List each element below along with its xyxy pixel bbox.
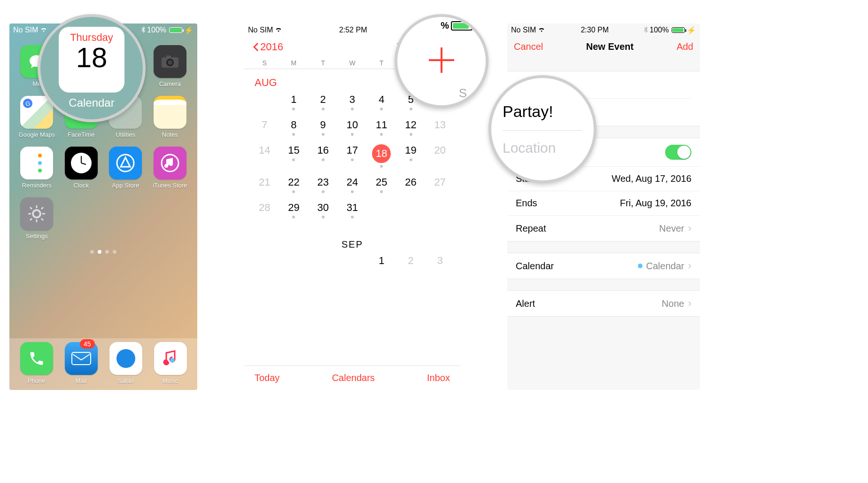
- wifi-icon: [538, 26, 545, 34]
- svg-point-2: [168, 60, 172, 65]
- app-appstore[interactable]: App Store: [107, 147, 145, 189]
- day-cell[interactable]: [250, 93, 279, 110]
- day-cell[interactable]: [279, 255, 308, 267]
- day-cell[interactable]: 13: [426, 119, 455, 136]
- dock-music[interactable]: Music: [154, 342, 187, 384]
- day-cell[interactable]: [250, 255, 279, 267]
- day-cell[interactable]: 30: [309, 202, 338, 218]
- dock-phone[interactable]: Phone: [20, 342, 53, 384]
- event-navbar: Cancel New Event Add: [507, 37, 700, 57]
- status-bar: No SIM 2:30 PM 100% ⚡: [507, 23, 700, 37]
- day-cell[interactable]: 25: [367, 176, 396, 193]
- mag-location-placeholder: Location: [503, 140, 582, 156]
- battery-percent: 100%: [650, 26, 669, 34]
- dock-safari[interactable]: Safari: [109, 342, 142, 384]
- chevron-right-icon: ›: [688, 297, 691, 310]
- magnifier-calendar-icon: Thursday 18 Calendar: [38, 14, 146, 122]
- dock: Phone 45Mail Safari Music: [9, 338, 197, 390]
- day-cell[interactable]: 27: [426, 176, 455, 193]
- day-cell[interactable]: 15: [279, 144, 308, 168]
- day-cell[interactable]: 16: [309, 144, 338, 168]
- svg-point-22: [170, 358, 175, 363]
- sim-status: No SIM: [511, 26, 536, 34]
- allday-toggle[interactable]: [665, 145, 691, 160]
- app-notes[interactable]: Notes: [151, 96, 189, 138]
- app-reminders[interactable]: Reminders: [18, 147, 56, 189]
- wifi-icon: [275, 26, 282, 34]
- repeat-row[interactable]: Repeat Never›: [507, 216, 700, 241]
- day-cell[interactable]: [338, 255, 367, 267]
- status-time: 2:52 PM: [339, 26, 367, 34]
- calendar-month-panel: No SIM 2:52 PM 2016 SMTWTFS AUG 12345678…: [244, 23, 460, 390]
- app-clock[interactable]: Clock: [62, 147, 101, 189]
- day-cell[interactable]: 26: [396, 176, 425, 193]
- bluetooth-icon: [644, 26, 648, 34]
- sim-status: No SIM: [13, 26, 38, 34]
- day-cell[interactable]: 4: [367, 93, 396, 110]
- page-dots[interactable]: [9, 250, 197, 254]
- day-cell[interactable]: 1: [367, 255, 396, 267]
- day-cell[interactable]: [309, 255, 338, 267]
- home-screen-panel: No SIM 100% ⚡ Me Camera GGoogle Maps Fac…: [9, 23, 197, 390]
- battery-percent: 100%: [147, 26, 166, 34]
- inbox-button[interactable]: Inbox: [427, 373, 450, 383]
- calendars-button[interactable]: Calendars: [332, 373, 375, 383]
- mag-title-value: Partay!: [503, 102, 582, 121]
- calendar-app-label: Calendar: [69, 96, 114, 109]
- day-cell[interactable]: 7: [250, 119, 279, 136]
- day-cell[interactable]: 24: [338, 176, 367, 193]
- cancel-button[interactable]: Cancel: [514, 41, 543, 52]
- svg-line-16: [41, 218, 43, 220]
- calendar-section: Calendar Calendar›: [507, 253, 700, 279]
- day-cell[interactable]: 20: [426, 144, 455, 168]
- day-cell[interactable]: 21: [250, 176, 279, 193]
- day-cell[interactable]: [367, 202, 396, 218]
- day-cell[interactable]: 23: [309, 176, 338, 193]
- app-camera[interactable]: Camera: [151, 45, 189, 87]
- day-cell[interactable]: 28: [250, 202, 279, 218]
- svg-point-20: [116, 349, 135, 368]
- day-cell[interactable]: 31: [338, 202, 367, 218]
- svg-rect-19: [72, 352, 91, 365]
- day-cell[interactable]: 17: [338, 144, 367, 168]
- next-month-grid: 123: [244, 255, 460, 267]
- day-cell[interactable]: 9: [309, 119, 338, 136]
- chevron-right-icon: ›: [688, 222, 691, 234]
- svg-point-21: [164, 360, 169, 365]
- calendar-row[interactable]: Calendar Calendar›: [507, 253, 700, 279]
- day-cell[interactable]: [396, 202, 425, 218]
- next-month-label: SEP: [244, 232, 460, 255]
- add-event-button-zoomed[interactable]: [425, 34, 458, 86]
- day-cell[interactable]: 18: [367, 144, 396, 168]
- day-cell[interactable]: 12: [396, 119, 425, 136]
- day-cell[interactable]: 1: [279, 93, 308, 110]
- day-cell[interactable]: 19: [396, 144, 425, 168]
- day-cell[interactable]: 29: [279, 202, 308, 218]
- day-cell[interactable]: 2: [396, 255, 425, 267]
- app-settings[interactable]: Settings: [18, 197, 56, 240]
- day-cell[interactable]: 11: [367, 119, 396, 136]
- svg-line-18: [41, 207, 43, 209]
- alert-row[interactable]: Alert None›: [507, 291, 700, 316]
- day-cell[interactable]: 8: [279, 119, 308, 136]
- calendar-app-icon[interactable]: Thursday 18: [59, 27, 124, 93]
- alert-section: Alert None›: [507, 290, 700, 317]
- wifi-icon: [40, 26, 47, 34]
- day-cell[interactable]: 2: [309, 93, 338, 110]
- add-button[interactable]: Add: [676, 41, 693, 52]
- day-cell[interactable]: 14: [250, 144, 279, 168]
- day-cell[interactable]: 3: [338, 93, 367, 110]
- back-button[interactable]: 2016: [252, 41, 283, 53]
- day-cell[interactable]: [426, 202, 455, 218]
- dock-mail[interactable]: 45Mail: [65, 342, 98, 384]
- svg-rect-3: [166, 55, 171, 58]
- ends-row[interactable]: Ends Fri, Aug 19, 2016: [507, 191, 700, 216]
- day-cell[interactable]: 3: [426, 255, 455, 267]
- svg-point-10: [33, 210, 40, 218]
- battery-icon: [169, 27, 182, 33]
- app-itunes-store[interactable]: iTunes Store: [151, 147, 189, 189]
- day-cell[interactable]: 10: [338, 119, 367, 136]
- calendar-color-dot: [638, 264, 643, 268]
- day-cell[interactable]: 22: [279, 176, 308, 193]
- today-button[interactable]: Today: [255, 373, 279, 383]
